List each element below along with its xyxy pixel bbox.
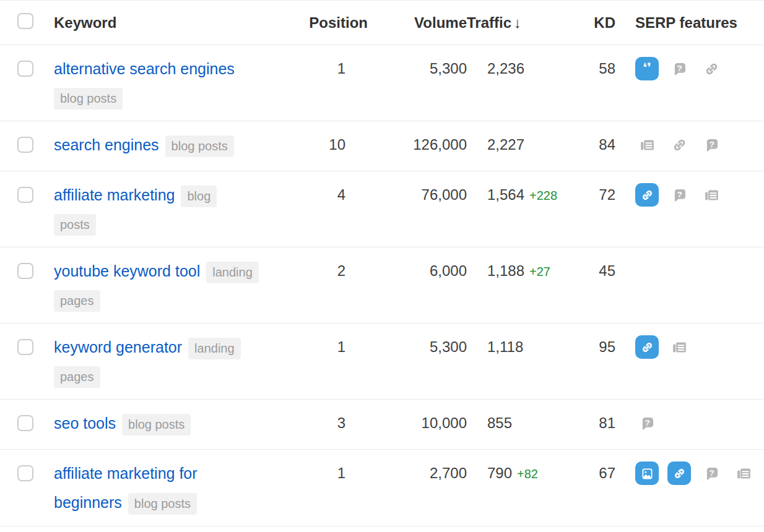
table-row: affiliate marketingblogposts 4 76,000 1,… (0, 171, 764, 247)
row-checkbox[interactable] (17, 61, 33, 77)
serp-features (615, 324, 764, 367)
sitelinks-icon (700, 60, 723, 77)
sort-desc-icon: ↓ (514, 14, 521, 31)
svg-text:?: ? (709, 139, 714, 148)
volume-value: 5,300 (368, 324, 467, 370)
svg-text:?: ? (677, 63, 682, 72)
svg-text:?: ? (677, 189, 682, 199)
traffic-value: 2,236 (487, 60, 524, 77)
position-value: 3 (297, 400, 368, 446)
svg-text:?: ? (645, 418, 649, 427)
row-checkbox[interactable] (17, 415, 33, 431)
traffic-change: +27 (529, 265, 550, 278)
keyword-link[interactable]: keyword generator (54, 338, 182, 356)
traffic-cell: 1,564+228 (467, 171, 571, 218)
traffic-change: +228 (529, 189, 557, 202)
position-value: 1 (297, 45, 368, 92)
top-stories-icon (700, 186, 723, 204)
traffic-cell: 2,236 (467, 45, 571, 92)
row-checkbox-cell (0, 324, 54, 373)
people-also-ask-icon: ? (700, 136, 723, 153)
row-checkbox-cell (0, 45, 54, 95)
row-checkbox-cell (0, 171, 54, 221)
kd-value: 84 (571, 121, 615, 168)
serp-features: ? (615, 400, 764, 440)
row-checkbox-cell (0, 400, 54, 449)
table-row: affiliate marketing for beginnersblog po… (0, 450, 764, 526)
traffic-cell: 1,118 (467, 324, 571, 371)
table-row: seo toolsblog posts 3 10,000 855 81 ? (0, 400, 764, 450)
keyword-tag: blog posts (54, 88, 123, 109)
row-checkbox[interactable] (17, 137, 33, 153)
traffic-value: 1,564 (487, 186, 524, 203)
traffic-value: 790 (487, 465, 512, 481)
column-header-position[interactable]: Position (297, 14, 368, 32)
traffic-cell: 790+82 (467, 450, 571, 497)
row-checkbox[interactable] (17, 187, 33, 203)
keyword-tag: blog posts (122, 414, 191, 435)
traffic-value: 1,188 (487, 262, 524, 279)
table-header: Keyword Position Volume Traffic↓ KD SERP… (0, 1, 764, 45)
volume-value: 10,000 (368, 400, 467, 446)
keyword-cell: youtube keyword toollandingpages (54, 247, 297, 323)
keyword-tag: landing (206, 262, 259, 283)
keyword-tag: blog posts (128, 493, 197, 515)
volume-value: 5,300 (368, 45, 467, 92)
keyword-cell: seo toolsblog posts (54, 400, 297, 447)
kd-value: 45 (571, 247, 615, 294)
keyword-link[interactable]: youtube keyword tool (54, 262, 200, 280)
traffic-change: +82 (517, 467, 538, 481)
kd-value: 67 (571, 450, 615, 496)
row-checkbox[interactable] (17, 263, 33, 279)
serp-features: ❛❜? (615, 45, 764, 89)
keyword-tag: pages (54, 290, 100, 312)
traffic-cell: 2,227 (467, 121, 571, 168)
kd-value: 81 (571, 400, 615, 446)
row-checkbox[interactable] (17, 465, 33, 481)
traffic-cell: 855 (467, 400, 571, 447)
sitelinks-icon (635, 335, 659, 359)
sitelinks-icon (667, 136, 691, 153)
top-stories-icon (732, 465, 755, 482)
volume-value: 6,000 (368, 247, 467, 294)
row-checkbox[interactable] (17, 339, 33, 355)
column-header-serp-features: SERP features (615, 14, 764, 32)
column-header-traffic[interactable]: Traffic↓ (467, 14, 571, 32)
featured-snippet-icon: ❛❜ (635, 57, 659, 80)
keyword-tag: posts (54, 214, 96, 236)
keyword-link[interactable]: search engines (54, 136, 159, 153)
table-row: search enginesblog posts 10 126,000 2,22… (0, 121, 764, 171)
column-header-volume[interactable]: Volume (368, 14, 467, 32)
column-header-keyword[interactable]: Keyword (54, 14, 297, 32)
keyword-tag: blog (181, 186, 217, 207)
people-also-ask-icon: ? (700, 465, 723, 482)
table-row: youtube keyword toollandingpages 2 6,000… (0, 247, 764, 324)
sitelinks-icon (635, 183, 659, 207)
volume-value: 2,700 (368, 450, 467, 496)
row-checkbox-cell (0, 121, 54, 171)
top-stories-icon (635, 136, 659, 153)
people-also-ask-icon: ? (667, 186, 691, 204)
traffic-cell: 1,188+27 (467, 247, 571, 294)
position-value: 10 (297, 121, 368, 168)
header-checkbox-cell (0, 13, 54, 33)
keyword-link[interactable]: seo tools (54, 414, 116, 432)
volume-value: 76,000 (368, 171, 467, 218)
image-pack-icon (635, 461, 659, 485)
position-value: 1 (297, 324, 368, 370)
column-header-traffic-label: Traffic (467, 14, 511, 31)
serp-features: ? (615, 450, 764, 494)
row-checkbox-cell (0, 247, 54, 297)
column-header-kd[interactable]: KD (571, 14, 615, 32)
keyword-cell: search enginesblog posts (54, 121, 297, 168)
keywords-table: Keyword Position Volume Traffic↓ KD SERP… (0, 0, 764, 526)
keyword-tag: blog posts (165, 135, 234, 157)
keyword-link[interactable]: affiliate marketing (54, 186, 175, 204)
traffic-value: 2,227 (487, 136, 524, 153)
volume-value: 126,000 (368, 121, 467, 168)
keyword-link[interactable]: alternative search engines (54, 60, 235, 77)
position-value: 2 (297, 247, 368, 294)
position-value: 1 (297, 450, 368, 496)
select-all-checkbox[interactable] (17, 13, 33, 29)
keyword-tag: landing (188, 338, 241, 359)
